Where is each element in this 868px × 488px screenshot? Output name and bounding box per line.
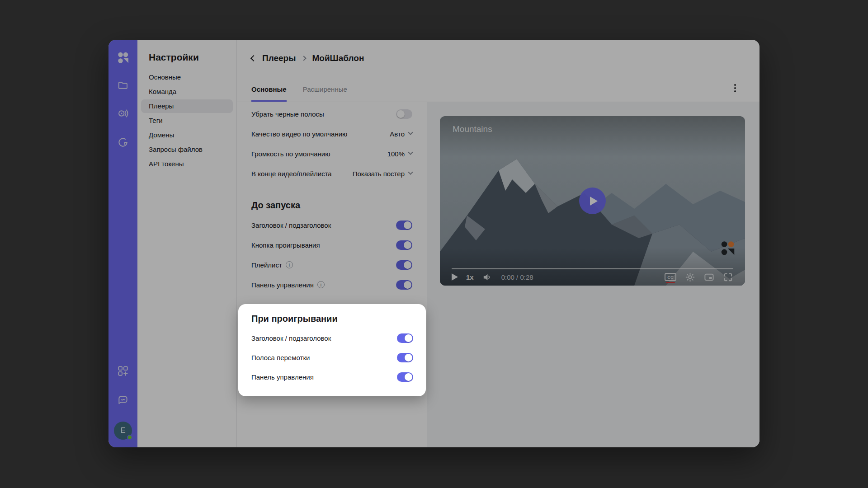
setting-label: Заголовок / подзаголовок xyxy=(251,334,331,342)
control-panel-playing-toggle[interactable] xyxy=(397,372,413,382)
card-row-seek-bar: Полоса перемотки xyxy=(251,348,413,367)
spotlight-overlay xyxy=(0,0,868,488)
seek-bar-toggle[interactable] xyxy=(397,353,413,362)
card-row-title-subtitle: Заголовок / подзаголовок xyxy=(251,328,413,348)
card-row-control-panel: Панель управления xyxy=(251,367,413,387)
while-playing-card: При проигрывании Заголовок / подзаголово… xyxy=(238,304,426,396)
setting-label: Панель управления xyxy=(251,373,314,381)
title-subtitle-playing-toggle[interactable] xyxy=(397,333,413,343)
page: E Настройки Основные Команда Плееры Теги… xyxy=(0,0,868,488)
setting-label: Полоса перемотки xyxy=(251,354,310,361)
card-title: При проигрывании xyxy=(251,312,413,325)
